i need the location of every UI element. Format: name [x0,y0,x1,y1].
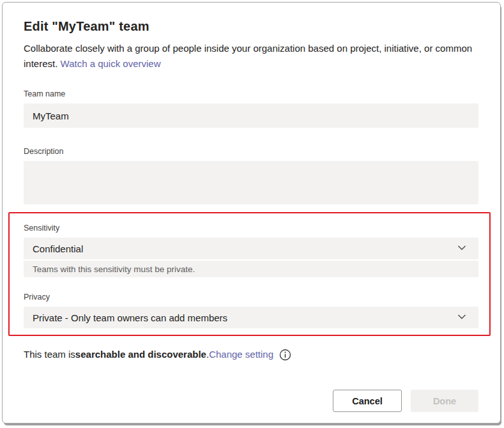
red-highlight-box: Sensitivity Confidential Teams with this… [8,212,491,336]
privacy-dropdown[interactable]: Private - Only team owners can add membe… [24,307,478,328]
description-label: Description [24,147,478,157]
sensitivity-label: Sensitivity [24,224,478,233]
info-icon[interactable] [279,349,291,361]
team-name-input[interactable] [24,103,478,128]
cancel-button[interactable]: Cancel [333,390,402,412]
privacy-value: Private - Only team owners can add membe… [33,312,227,323]
team-name-label: Team name [24,89,478,99]
privacy-label: Privacy [24,293,478,302]
watch-overview-link[interactable]: Watch a quick overview [61,58,161,69]
sensitivity-dropdown[interactable]: Confidential [24,238,478,259]
edit-team-dialog: Edit "MyTeam" team Collaborate closely w… [2,2,501,424]
discoverability-note: This team is searchable and discoverable… [24,348,478,362]
change-setting-link[interactable]: Change setting [209,348,273,362]
description-input[interactable] [24,161,478,204]
dialog-subtitle: Collaborate closely with a group of peop… [24,41,478,72]
dialog-actions: Cancel Done [24,390,478,412]
chevron-down-icon [457,243,467,255]
chevron-down-icon [457,312,467,324]
sensitivity-helper: Teams with this sensitivity must be priv… [24,261,478,277]
sensitivity-value: Confidential [33,243,83,254]
dialog-title: Edit "MyTeam" team [24,18,478,34]
note-prefix: This team is [24,348,75,362]
done-button: Done [411,390,478,412]
sensitivity-helper-text: Teams with this sensitivity must be priv… [33,264,195,274]
note-bold: searchable and discoverable [75,348,206,362]
